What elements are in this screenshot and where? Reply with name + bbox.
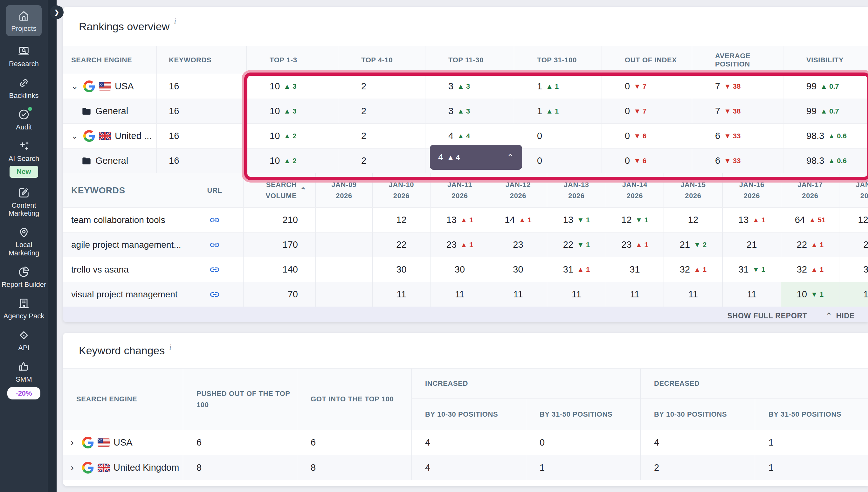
chevron-right-icon[interactable] [71,462,78,473]
new-badge: New [9,166,38,177]
sidebar-item-label: Audit [16,123,32,131]
col-inc-10-30: BY 10-30 POSITIONS [412,399,526,430]
col-keywords: KEYWORDS [63,173,186,207]
show-full-report-button[interactable]: SHOW FULL REPORT [727,312,807,320]
sidebar-item-label: Report Builder [2,280,46,289]
keyword-label: team collaboration tools [63,208,186,232]
sidebar-item-agency-pack[interactable]: Agency Pack [3,297,44,320]
url-link-icon[interactable] [209,215,220,225]
col-average-position: AVERAGE POSITION [692,46,784,74]
sparkles-icon [18,140,30,152]
sidebar-item-smm[interactable]: SMM -20% [7,360,40,400]
url-link-icon[interactable] [209,264,220,275]
folder-icon [81,106,92,116]
cell-tooltip[interactable]: 4 ▲ 4 [430,145,522,170]
sidebar-item-label: Research [9,60,39,68]
col-dec-10-30: BY 10-30 POSITIONS [641,399,755,430]
col-pushed-out: PUSHED OUT OF THE TOP 100 [183,369,297,430]
discount-badge: -20% [7,387,40,399]
sidebar-item-ai-search[interactable]: AI Search New [8,140,40,178]
chevron-down-icon[interactable] [71,81,79,91]
info-icon[interactable]: i [169,343,171,352]
sidebar-item-audit[interactable]: Audit [16,108,32,131]
col-date: JAN-132026 [547,173,606,207]
keyword-label: trello vs asana [63,257,186,282]
col-date: JAN-102026 [373,173,431,207]
building-icon [18,297,30,310]
sidebar-item-label: SMM [16,375,32,383]
col-top-1-3: TOP 1-3 [247,46,338,74]
chevron-down-icon[interactable] [71,131,79,141]
pie-chart-icon [18,266,30,278]
sidebar-item-research[interactable]: Research [9,45,39,68]
main-content: Rankings overview i SEARCH ENGINE KEYWOR… [57,0,868,492]
sidebar-item-projects[interactable]: Projects [6,5,41,36]
col-search-volume[interactable]: SEARCHVOLUME [244,173,316,207]
hide-button[interactable]: HIDE [826,311,854,320]
table-row[interactable]: USA 16 10▲ 3 2 3▲ 3 1▲ 1 0▼ 7 7▼ 38 99▲ … [63,74,868,99]
keywords-count: 16 [169,81,179,92]
folder-icon [81,156,92,166]
uk-flag-icon [98,463,110,472]
url-link-icon[interactable] [209,240,220,250]
info-icon[interactable]: i [174,17,176,26]
col-inc-31-50: BY 31-50 POSITIONS [526,399,641,430]
sidebar-item-content-marketing[interactable]: Content Marketing [0,187,48,218]
table-row[interactable]: General 16 10▲ 3 2 3▲ 3 1▲ 1 0▼ 7 7▼ 38 … [63,99,868,123]
col-date: JAN-152026 [664,173,723,207]
keyword-row[interactable]: trello vs asana 140 30 30 30 31▲ 1 31 32… [63,257,868,282]
sidebar-item-label: AI Search [8,154,40,163]
col-visibility: VISIBILITY [784,46,868,74]
keyword-row[interactable]: team collaboration tools 210 12 13▲ 1 14… [63,207,868,232]
keyword-row[interactable]: agile project management... 170 22 23▲ 1… [63,232,868,257]
sidebar-expand-button[interactable] [50,5,63,19]
chevron-up-icon [826,311,833,320]
table-row[interactable]: USA 6 6 4 0 4 1 [63,430,868,455]
sidebar-item-label: Projects [11,24,36,32]
col-top-4-10: TOP 4-10 [338,46,426,74]
section-title: Keyword changes [79,344,165,357]
map-pin-icon [18,226,30,239]
usa-flag-icon [98,438,110,447]
table-row[interactable]: United Kingdom 8 8 4 1 2 1 [63,455,868,480]
sidebar: Projects Research Backlinks Audit AI Sea… [0,0,48,492]
sidebar-item-label: Agency Pack [3,312,44,320]
col-search-engine: SEARCH ENGINE [63,46,157,74]
sidebar-item-local-marketing[interactable]: Local Marketing [0,226,48,257]
col-keywords: KEYWORDS [157,46,247,74]
usa-flag-icon [99,82,111,91]
uk-flag-icon [99,132,111,140]
sidebar-item-label: Backlinks [9,92,39,100]
col-dec-31-50: BY 31-50 POSITIONS [755,399,868,430]
keyword-row[interactable]: visual project management 70 11 11 11 11… [63,282,868,306]
col-date: JAN-182026 [839,173,868,207]
thumbs-up-icon [18,360,30,373]
sidebar-secondary-strip [48,0,57,492]
rankings-header-row: SEARCH ENGINE KEYWORDS TOP 1-3 TOP 4-10 … [63,46,868,74]
chevron-right-icon[interactable] [71,437,78,448]
search-volume: 170 [283,240,298,250]
col-top-11-30: TOP 11-30 [426,46,514,74]
page-title: Rankings overview [79,20,170,33]
rankings-overview-card: Rankings overview i SEARCH ENGINE KEYWOR… [63,7,868,322]
audit-notification-dot [28,107,32,111]
sidebar-item-report-builder[interactable]: Report Builder [2,266,46,289]
col-date: JAN-162026 [723,173,781,207]
col-top-31-100: TOP 31-100 [514,46,602,74]
sidebar-item-label: Local Marketing [0,241,48,257]
sidebar-item-api[interactable]: API [18,329,30,352]
check-circle-icon [18,108,30,121]
url-link-icon[interactable] [209,289,220,300]
group-decreased: DECREASED [641,369,868,399]
col-date: JAN-142026 [606,173,664,207]
search-engine-label: United Kingdom [113,462,179,473]
google-icon [83,130,95,142]
col-date: JAN-172026 [781,173,839,207]
collapse-chevron-icon[interactable] [507,152,514,162]
search-volume: 140 [283,264,298,275]
google-icon [82,462,94,473]
delta-up: ▲ 3 [284,82,296,91]
sidebar-item-backlinks[interactable]: Backlinks [9,77,39,100]
search-volume: 70 [288,289,298,300]
keyword-label: agile project management... [63,232,186,257]
